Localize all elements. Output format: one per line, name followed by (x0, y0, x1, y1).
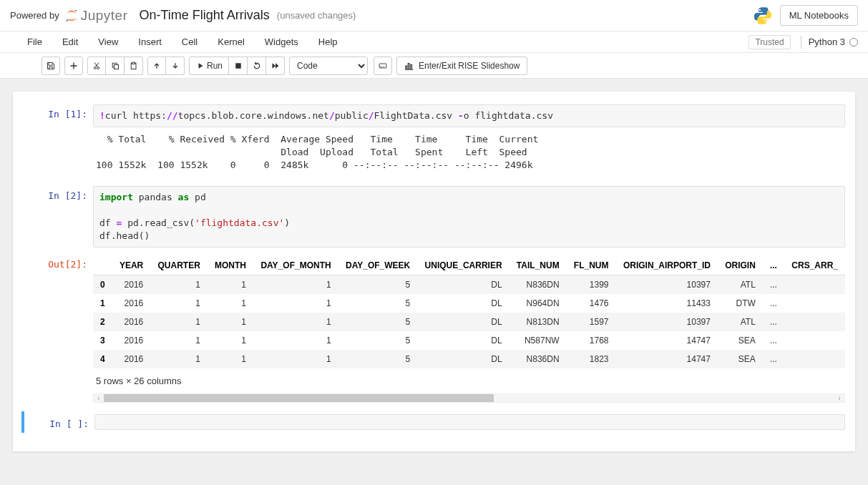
command-palette-button[interactable] (374, 57, 392, 75)
code-input[interactable]: !curl https://topcs.blob.core.windows.ne… (93, 104, 845, 127)
in-prompt: In [ ]: (24, 414, 94, 430)
df-cell: 1476 (567, 294, 616, 313)
menu-view[interactable]: View (98, 36, 118, 47)
df-cell: ... (763, 275, 784, 295)
df-cell (784, 275, 845, 295)
df-cell: 5 (338, 275, 418, 295)
code-cell-2[interactable]: In [2]: import pandas as pd df = pd.read… (21, 183, 847, 250)
svg-point-3 (759, 9, 760, 10)
df-cell: 1 (208, 313, 253, 331)
df-cell: 1 (150, 294, 208, 313)
run-button[interactable]: Run (189, 57, 229, 75)
df-cell: 1 (253, 331, 338, 350)
df-row-index: 3 (93, 331, 112, 350)
df-cell: 1 (253, 313, 338, 331)
df-cell: 1 (208, 350, 253, 368)
notebook-title[interactable]: On-Time Flight Arrivals (139, 8, 269, 23)
df-cell: 2016 (112, 275, 151, 295)
menu-help[interactable]: Help (318, 36, 338, 47)
dataframe-summary: 5 rows × 26 columns (93, 368, 845, 391)
rise-slideshow-button[interactable]: Enter/Exit RISE Slideshow (396, 57, 527, 75)
df-row-index: 0 (93, 275, 112, 295)
code-input[interactable] (94, 414, 845, 430)
jupyter-logo[interactable]: Jupyter (64, 8, 128, 24)
restart-run-all-button[interactable] (266, 57, 285, 75)
output-cell-2: Out[2]: YEARQUARTERMONTHDAY_OF_MONTHDAY_… (21, 252, 847, 406)
code-input[interactable]: import pandas as pd df = pd.read_csv('fl… (93, 186, 845, 248)
kernel-status-icon[interactable] (849, 38, 858, 46)
df-cell: 10397 (616, 313, 718, 331)
df-cell: N964DN (509, 294, 567, 313)
trusted-indicator[interactable]: Trusted (748, 35, 790, 49)
df-cell: 1823 (567, 350, 616, 368)
df-cell: 10397 (616, 275, 718, 295)
horizontal-scrollbar[interactable]: ‹ › (93, 393, 845, 403)
df-cell: 2016 (112, 313, 151, 331)
interrupt-button[interactable] (229, 57, 248, 75)
df-cell: SEA (718, 350, 763, 368)
stdout-output: % Total % Received % Xferd Average Speed… (93, 127, 845, 175)
run-label: Run (207, 61, 223, 71)
df-cell: N813DN (509, 313, 567, 331)
menu-widgets[interactable]: Widgets (265, 36, 298, 47)
df-index-header (93, 256, 112, 275)
df-column-header: FL_NUM (567, 256, 616, 275)
df-cell: DL (417, 313, 509, 331)
toolbar: Run Code Enter/Exit RISE Slideshow (0, 53, 868, 79)
df-cell: DTW (718, 294, 763, 313)
df-cell: ATL (718, 313, 763, 331)
svg-point-6 (97, 67, 99, 69)
table-row: 420161115DLN836DN182314747SEA... (93, 350, 845, 368)
save-button[interactable] (42, 57, 60, 75)
df-cell: 1768 (567, 331, 616, 350)
df-cell: ... (763, 350, 784, 368)
df-cell: DL (417, 331, 509, 350)
scrollbar-thumb[interactable] (104, 394, 494, 402)
kernel-name[interactable]: Python 3 (809, 36, 845, 47)
notebook: In [1]: !curl https://topcs.blob.core.wi… (13, 92, 855, 451)
svg-point-4 (765, 21, 766, 22)
df-column-header: UNIQUE_CARRIER (417, 256, 509, 275)
df-cell: DL (417, 350, 509, 368)
scroll-left-arrow[interactable]: ‹ (94, 394, 104, 402)
menu-cell[interactable]: Cell (182, 36, 198, 47)
login-button[interactable]: ML Notebooks (780, 5, 858, 26)
menu-insert[interactable]: Insert (138, 36, 162, 47)
df-cell: 2016 (112, 350, 151, 368)
celltype-select[interactable]: Code (289, 57, 368, 75)
df-column-header: DAY_OF_WEEK (338, 256, 418, 275)
df-cell: N836DN (509, 350, 567, 368)
restart-button[interactable] (248, 57, 266, 75)
powered-by-label: Powered by (10, 10, 59, 21)
paste-button[interactable] (125, 57, 143, 75)
df-cell: 1 (253, 275, 338, 295)
table-row: 220161115DLN813DN159710397ATL... (93, 313, 845, 331)
scroll-right-arrow[interactable]: › (834, 394, 844, 402)
menu-kernel[interactable]: Kernel (218, 36, 245, 47)
copy-button[interactable] (106, 57, 125, 75)
move-down-button[interactable] (166, 57, 185, 75)
code-cell-1[interactable]: In [1]: !curl https://topcs.blob.core.wi… (21, 102, 847, 177)
df-cell: 2016 (112, 294, 151, 313)
df-column-header: ORIGIN (718, 256, 763, 275)
add-cell-button[interactable] (64, 57, 83, 75)
df-cell: 1 (208, 294, 253, 313)
move-up-button[interactable] (147, 57, 166, 75)
df-cell: 5 (338, 313, 418, 331)
bar-chart-icon (404, 61, 414, 71)
code-cell-3[interactable]: In [ ]: (21, 411, 847, 433)
out-prompt: Out[2]: (23, 255, 93, 403)
df-cell: 1 (150, 313, 208, 331)
df-cell: N587NW (509, 331, 567, 350)
menu-file[interactable]: File (27, 36, 42, 47)
df-cell: ... (763, 331, 784, 350)
cut-button[interactable] (87, 57, 106, 75)
python-icon (753, 6, 773, 26)
df-cell: 1 (253, 294, 338, 313)
menu-edit[interactable]: Edit (62, 36, 78, 47)
df-cell: 1 (150, 350, 208, 368)
jupyter-icon (64, 8, 79, 24)
svg-rect-10 (132, 62, 135, 64)
df-cell: ... (763, 313, 784, 331)
df-cell: N836DN (509, 275, 567, 295)
